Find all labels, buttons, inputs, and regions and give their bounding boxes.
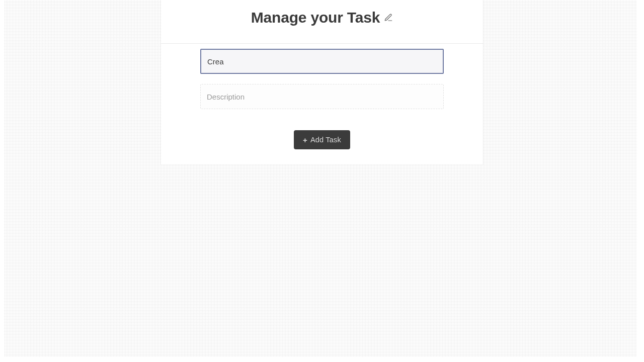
page-edge-right: [637, 0, 644, 362]
page-title: Manage your Task: [251, 9, 393, 26]
page-edge-bottom: [0, 357, 644, 362]
button-row: + Add Task: [200, 130, 444, 149]
add-task-button-label: Add Task: [310, 136, 341, 144]
card-body: + Add Task: [161, 44, 483, 163]
card-header: Manage your Task: [161, 0, 483, 44]
task-description-input[interactable]: [200, 84, 444, 109]
edit-note-icon: [384, 13, 393, 22]
task-title-input[interactable]: [200, 49, 444, 74]
page-edge-left: [0, 0, 4, 362]
page-title-text: Manage your Task: [251, 9, 380, 26]
add-task-button[interactable]: + Add Task: [294, 130, 350, 149]
plus-icon: +: [303, 136, 307, 144]
task-card: Manage your Task + Add Task: [161, 0, 483, 164]
